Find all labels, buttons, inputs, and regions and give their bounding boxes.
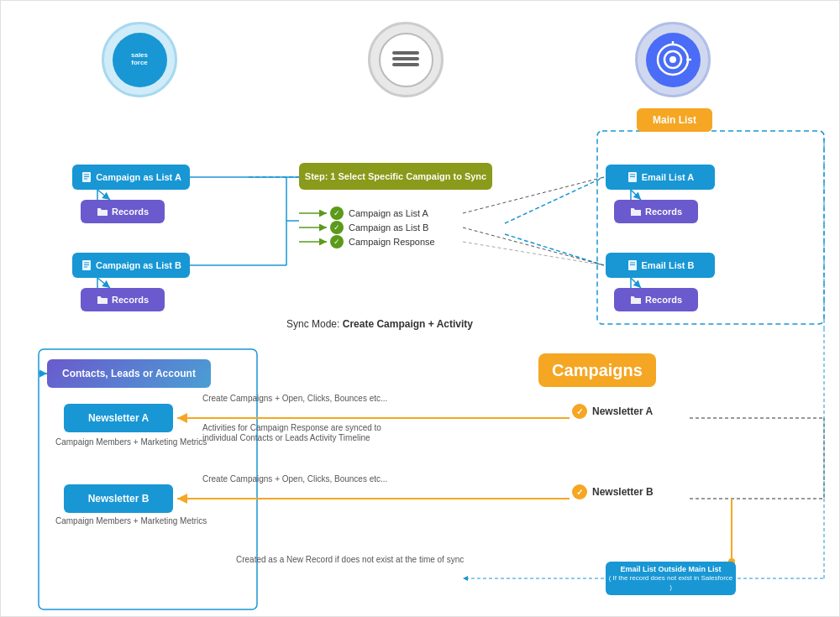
sync-mode-label: Sync Mode: Create Campaign + Activity xyxy=(286,318,473,330)
svg-line-5 xyxy=(97,190,110,200)
records-a-button[interactable]: Records xyxy=(81,200,165,223)
svg-line-9 xyxy=(631,190,641,200)
activities2-label: individual Contacts or Leads Activity Ti… xyxy=(202,433,370,442)
campaign-monitor-logo xyxy=(635,22,711,97)
newsletter-b-button[interactable]: Newsletter B xyxy=(64,484,173,513)
svg-point-40 xyxy=(669,56,676,63)
check-item-1: ✓ Campaign as List A xyxy=(330,207,428,220)
svg-line-20 xyxy=(463,227,604,265)
check-item-2: ✓ Campaign as List B xyxy=(330,221,428,234)
svg-rect-37 xyxy=(392,63,419,66)
diagram-container: salesforce Main L xyxy=(0,0,840,617)
check-orange-a: ✓ xyxy=(572,404,587,419)
newsletter-a-button[interactable]: Newsletter A xyxy=(64,404,173,432)
activities-label: Activities for Campaign Response are syn… xyxy=(202,423,381,432)
svg-rect-35 xyxy=(392,51,419,55)
members-a-label: Campaign Members + Marketing Metrics xyxy=(55,437,207,447)
outside-list-button[interactable]: Email List Outside Main List ( If the re… xyxy=(606,562,736,595)
check-icon-1: ✓ xyxy=(330,207,344,220)
check-icon-3: ✓ xyxy=(330,235,344,248)
check-orange-b: ✓ xyxy=(572,484,587,499)
contacts-button[interactable]: Contacts, Leads or Account xyxy=(47,359,211,388)
records-ea-button[interactable]: Records xyxy=(614,200,698,223)
svg-line-11 xyxy=(631,278,641,288)
newsletter-a-right: ✓ Newsletter A xyxy=(572,404,653,419)
create-campaigns2-label: Create Campaigns + Open, Clicks, Bounces… xyxy=(202,474,387,484)
salesforce-logo: salesforce xyxy=(102,22,177,97)
newsletter-b-right: ✓ Newsletter B xyxy=(572,484,654,499)
members-b-label: Campaign Members + Marketing Metrics xyxy=(55,516,207,525)
email-list-a-button[interactable]: Email List A xyxy=(606,165,715,190)
svg-line-2 xyxy=(505,177,604,223)
create-campaigns-label: Create Campaigns + Open, Clicks, Bounces… xyxy=(202,394,387,403)
svg-rect-36 xyxy=(392,57,419,60)
records-b-button[interactable]: Records xyxy=(81,288,165,311)
main-list-button[interactable]: Main List xyxy=(637,108,712,132)
step-1-box: Step: 1 Select Specific Campaign to Sync xyxy=(299,163,492,190)
campaign-list-a-button[interactable]: Campaign as List A xyxy=(72,165,190,190)
records-eb-button[interactable]: Records xyxy=(614,288,698,311)
svg-line-21 xyxy=(463,242,604,265)
svg-line-3 xyxy=(505,234,604,265)
campaign-monitor-icon xyxy=(646,33,701,87)
campaign-list-b-button[interactable]: Campaign as List B xyxy=(72,253,190,278)
salesforce-icon: salesforce xyxy=(113,33,167,87)
check-icon-2: ✓ xyxy=(330,221,344,234)
check-item-3: ✓ Campaign Response xyxy=(330,235,435,248)
syncapps-text xyxy=(389,46,423,74)
campaigns-label: Campaigns xyxy=(538,353,656,387)
new-record-label: Created as a New Record if does not exis… xyxy=(236,555,464,564)
syncapps-icon xyxy=(379,33,433,87)
email-list-b-button[interactable]: Email List B xyxy=(606,253,715,278)
svg-line-7 xyxy=(97,278,110,288)
syncapps-logo xyxy=(368,22,444,97)
